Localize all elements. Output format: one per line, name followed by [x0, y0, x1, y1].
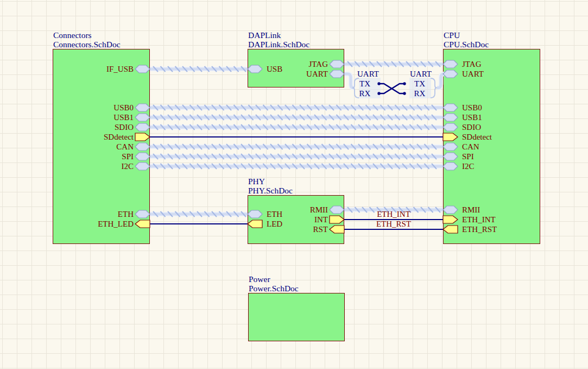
port-connectors-usb1[interactable] [135, 114, 150, 121]
port-label-rst: RST [219, 224, 328, 234]
net-label-eth_rst[interactable]: ETH_RST [376, 220, 411, 228]
wire-layer [0, 0, 588, 369]
harness-pin-tx-right[interactable]: TX [414, 80, 425, 88]
wire-uart-rx-tx[interactable] [379, 84, 404, 93]
port-label-jtag: JTAG [219, 59, 328, 69]
port-connectors-can[interactable] [135, 143, 150, 151]
port-label-if_usb: IF_USB [25, 64, 134, 74]
port-label-usb1: USB1 [462, 112, 482, 122]
port-cpu-usb1[interactable] [443, 114, 458, 121]
port-label-i2c: I2C [25, 161, 134, 171]
port-label-sdio: SDIO [25, 122, 134, 132]
port-phy-rmii[interactable] [330, 206, 344, 214]
sheet-title[interactable]: Power [249, 274, 299, 284]
harness-label-uart-right[interactable]: UART [410, 70, 432, 78]
sheet-filename[interactable]: Power.SchDoc [249, 284, 299, 293]
port-connectors-sdio[interactable] [135, 123, 150, 131]
port-label-spi: SPI [462, 152, 474, 161]
port-label-jtag: JTAG [462, 59, 481, 69]
port-phy-rst[interactable] [330, 226, 344, 233]
port-cpu-uart[interactable] [443, 70, 458, 78]
port-label-int: INT [219, 215, 328, 224]
sheet-title[interactable]: Connectors [53, 30, 121, 40]
port-label-can: CAN [25, 142, 134, 152]
sheet-titles-cpu: CPUCPU.SchDoc [444, 30, 489, 49]
sheet-filename[interactable]: PHY.SchDoc [248, 186, 293, 195]
port-cpu-spi[interactable] [443, 153, 458, 160]
sheet-title[interactable]: CPU [444, 30, 489, 40]
sheet-titles-daplink: DAPLinkDAPLink.SchDoc [248, 30, 309, 49]
port-label-eth: ETH [25, 209, 134, 219]
sheet-filename[interactable]: CPU.SchDoc [444, 40, 489, 49]
port-cpu-sdio[interactable] [443, 123, 458, 131]
junction-dot [377, 82, 380, 85]
port-label-uart: UART [219, 69, 328, 79]
harness-pin-tx-left[interactable]: TX [359, 80, 370, 88]
port-cpu-jtag[interactable] [443, 60, 458, 68]
port-connectors-eth[interactable] [135, 210, 150, 218]
harness-pin-rx-left[interactable]: RX [359, 90, 371, 98]
sheet-titles-phy: PHYPHY.SchDoc [248, 177, 293, 195]
port-connectors-spi[interactable] [135, 153, 150, 160]
port-cpu-can[interactable] [443, 143, 458, 151]
port-label-sddetect: SDdetect [462, 132, 492, 142]
port-label-eth_led: ETH_LED [25, 219, 134, 229]
junction-dot [377, 92, 380, 95]
sheet-title[interactable]: DAPLink [248, 30, 309, 40]
net-label-eth_int[interactable]: ETH_INT [377, 210, 410, 218]
port-cpu-usb0[interactable] [443, 104, 458, 111]
port-daplink-jtag[interactable] [330, 60, 344, 68]
port-phy-int[interactable] [330, 216, 344, 223]
harness-pin-rx-right[interactable]: RX [414, 90, 426, 98]
sheet-titles-power: PowerPower.SchDoc [249, 274, 299, 293]
junction-dot [403, 82, 406, 85]
port-label-rmii: RMII [462, 205, 480, 215]
port-label-rmii: RMII [219, 205, 328, 215]
port-connectors-sddetect[interactable] [135, 133, 150, 141]
sheet-filename[interactable]: Connectors.SchDoc [53, 40, 121, 49]
port-cpu-eth_int[interactable] [443, 216, 458, 223]
port-cpu-sddetect[interactable] [443, 133, 458, 141]
harness-brace-left [352, 78, 359, 98]
port-label-usb0: USB0 [462, 103, 482, 112]
port-connectors-usb0[interactable] [135, 104, 150, 111]
port-daplink-uart[interactable] [330, 70, 344, 78]
port-label-sdio: SDIO [462, 122, 481, 132]
harness-label-uart-left[interactable]: UART [357, 70, 379, 78]
port-label-eth_rst: ETH_RST [462, 224, 497, 234]
port-label-usb0: USB0 [25, 103, 134, 112]
port-label-uart: UART [462, 69, 484, 79]
port-connectors-if_usb[interactable] [135, 65, 150, 73]
port-label-spi: SPI [25, 152, 134, 161]
port-label-sddetect: SDdetect [25, 132, 134, 142]
port-connectors-eth_led[interactable] [135, 220, 150, 228]
port-cpu-eth_rst[interactable] [443, 226, 458, 233]
schematic-canvas: ConnectorsConnectors.SchDocDAPLinkDAPLin… [0, 0, 588, 369]
port-connectors-i2c[interactable] [135, 162, 150, 170]
sheet-filename[interactable]: DAPLink.SchDoc [248, 40, 309, 49]
harness-brace-right [431, 78, 437, 98]
port-label-can: CAN [462, 142, 479, 152]
port-label-eth_int: ETH_INT [462, 215, 496, 224]
junction-dot [403, 92, 406, 95]
port-label-i2c: I2C [462, 161, 475, 171]
port-cpu-rmii[interactable] [443, 206, 458, 214]
port-cpu-i2c[interactable] [443, 162, 458, 170]
port-label-usb1: USB1 [25, 112, 134, 122]
sheet-title[interactable]: PHY [248, 177, 293, 186]
sheet-titles-connectors: ConnectorsConnectors.SchDoc [53, 30, 121, 49]
